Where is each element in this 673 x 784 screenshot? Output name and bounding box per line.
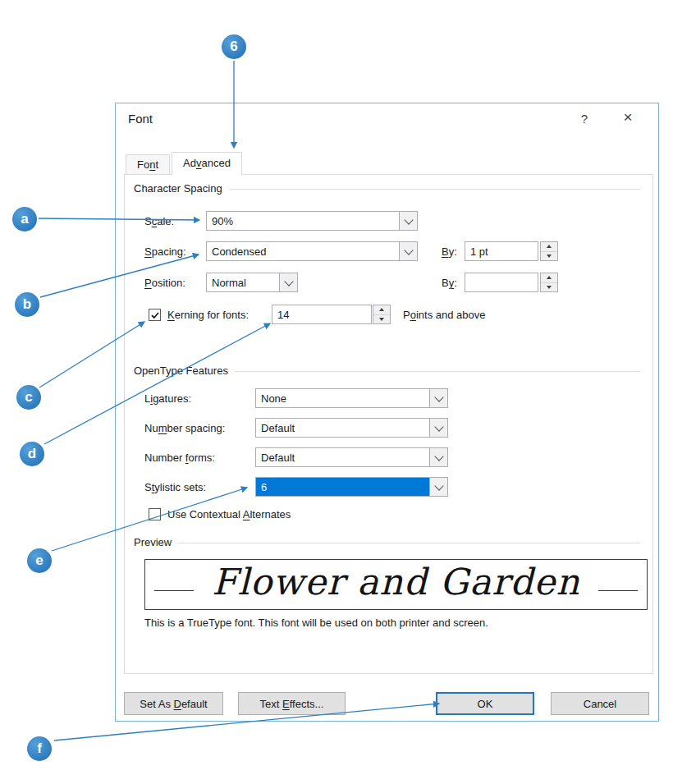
number-spacing-value: Default	[256, 419, 429, 437]
spin-up-button[interactable]	[541, 273, 557, 282]
stylistic-sets-value: 6	[256, 478, 429, 496]
scale-value: 90%	[207, 212, 399, 230]
spacing-value: Condensed	[207, 242, 399, 260]
tab-font[interactable]: Font	[126, 154, 170, 175]
number-forms-label: Number forms:	[144, 452, 215, 464]
chevron-down-icon	[434, 452, 443, 461]
scale-dropdown-button[interactable]	[399, 212, 417, 230]
position-dropdown-button[interactable]	[279, 273, 297, 291]
ok-label: OK	[478, 698, 493, 710]
down-arrow-icon	[547, 254, 552, 258]
ligatures-dropdown-button[interactable]	[429, 389, 447, 407]
spacing-by-value: 1 pt	[470, 245, 488, 258]
up-arrow-icon	[547, 245, 552, 248]
chevron-down-icon	[404, 215, 413, 224]
spacing-dropdown-button[interactable]	[399, 242, 417, 260]
stylistic-sets-dropdown-button[interactable]	[429, 478, 447, 496]
tab-font-label: Font	[137, 158, 158, 171]
text-effects-label: Text Effects...	[260, 698, 324, 710]
kerning-points-spinner[interactable]	[373, 305, 391, 324]
tab-advanced-label: Advanced	[183, 157, 231, 169]
preview-box: Flower and Garden	[144, 559, 648, 610]
character-spacing-title: Character Spacing	[134, 182, 222, 195]
chevron-down-icon	[434, 481, 443, 490]
ligatures-dropdown[interactable]: None	[255, 388, 448, 408]
cancel-label: Cancel	[584, 698, 616, 710]
stylistic-sets-dropdown[interactable]: 6	[255, 477, 448, 497]
callout-badge-e: e	[27, 548, 52, 573]
contextual-alternates-checkbox[interactable]	[149, 508, 161, 520]
spin-down-button[interactable]	[373, 314, 390, 324]
number-forms-value: Default	[256, 448, 429, 466]
section-divider	[178, 543, 640, 543]
character-spacing-section-header: Character Spacing	[134, 182, 640, 195]
callout-badge-b: b	[15, 292, 39, 317]
cancel-button[interactable]: Cancel	[551, 692, 649, 715]
chevron-down-icon	[434, 392, 443, 401]
stylistic-sets-label: Stylistic sets:	[144, 481, 206, 493]
spacing-dropdown[interactable]: Condensed	[206, 241, 418, 261]
chevron-down-icon	[404, 245, 413, 254]
scale-dropdown[interactable]: 90%	[206, 211, 418, 231]
position-by-input[interactable]	[465, 273, 538, 292]
dialog-title: Font	[128, 112, 153, 126]
up-arrow-icon	[379, 308, 384, 311]
preview-description: This is a TrueType font. This font will …	[144, 617, 488, 629]
set-as-default-label: Set As Default	[140, 698, 207, 710]
position-label: Position:	[144, 277, 185, 289]
number-spacing-dropdown-button[interactable]	[429, 419, 447, 437]
position-by-spinner[interactable]	[540, 273, 558, 292]
kerning-points-value: 14	[277, 309, 289, 321]
number-forms-dropdown[interactable]: Default	[255, 447, 448, 467]
kerning-points-input[interactable]: 14	[272, 305, 372, 324]
section-divider	[229, 189, 640, 190]
points-and-above-label: Points and above	[403, 309, 485, 321]
ok-button[interactable]: OK	[436, 692, 534, 715]
preview-section-header: Preview	[134, 536, 640, 548]
callout-badge-d: d	[20, 442, 44, 466]
tab-advanced[interactable]: Advanced	[172, 152, 242, 175]
spacing-by-input[interactable]: 1 pt	[465, 241, 538, 261]
preview-baseline-right	[598, 590, 638, 591]
preview-title: Preview	[134, 536, 172, 548]
tab-strip: Font Advanced	[126, 152, 244, 175]
number-forms-dropdown-button[interactable]	[429, 448, 447, 466]
opentype-title: OpenType Features	[134, 364, 228, 377]
spin-down-button[interactable]	[541, 282, 557, 292]
down-arrow-icon	[547, 286, 552, 289]
down-arrow-icon	[379, 318, 384, 321]
number-spacing-label: Number spacing:	[144, 422, 225, 434]
position-dropdown[interactable]: Normal	[206, 273, 298, 292]
callout-badge-a: a	[12, 207, 37, 232]
section-divider	[235, 371, 640, 372]
callout-badge-c: c	[16, 385, 41, 410]
callout-badge-f: f	[27, 736, 52, 761]
screenshot-canvas: Font ? × Font Advanced Character Spacing…	[0, 0, 673, 784]
contextual-alternates-label: Use Contextual Alternates	[167, 508, 291, 520]
chevron-down-icon	[434, 422, 443, 431]
callout-badge-6: 6	[222, 34, 246, 59]
scale-label: Scale:	[144, 215, 174, 227]
position-by-label: By:	[442, 277, 457, 289]
text-effects-button[interactable]: Text Effects...	[238, 692, 346, 715]
kerning-label: Kerning for fonts:	[167, 309, 249, 321]
spacing-by-label: By:	[442, 245, 457, 258]
spin-up-button[interactable]	[373, 305, 390, 314]
set-as-default-button[interactable]: Set As Default	[124, 692, 223, 715]
ligatures-label: Ligatures:	[144, 392, 191, 405]
close-icon[interactable]: ×	[618, 108, 638, 126]
spacing-label: Spacing:	[144, 245, 186, 258]
position-value: Normal	[207, 273, 279, 291]
spacing-by-spinner[interactable]	[540, 241, 558, 261]
checkmark-icon	[150, 310, 160, 320]
spin-up-button[interactable]	[541, 242, 557, 251]
chevron-down-icon	[284, 277, 293, 286]
preview-sample-text: Flower and Garden	[145, 559, 647, 607]
up-arrow-icon	[547, 276, 552, 279]
spin-down-button[interactable]	[541, 251, 557, 261]
help-icon[interactable]: ?	[576, 112, 593, 126]
kerning-checkbox[interactable]	[149, 309, 161, 321]
font-dialog: Font ? × Font Advanced Character Spacing…	[115, 103, 659, 722]
number-spacing-dropdown[interactable]: Default	[255, 418, 448, 438]
opentype-section-header: OpenType Features	[134, 364, 640, 377]
